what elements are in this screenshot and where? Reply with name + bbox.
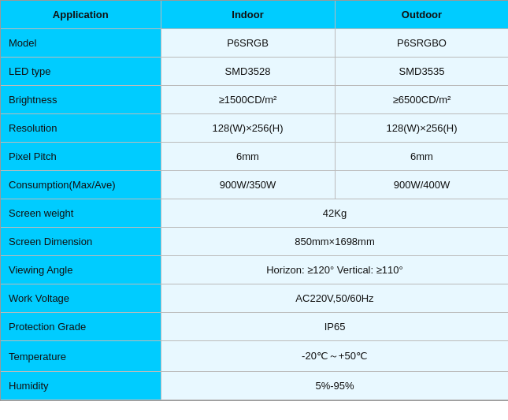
table-row: Screen weight42Kg bbox=[1, 199, 508, 228]
row-value-col1: SMD3528 bbox=[161, 58, 335, 86]
table-row: Temperature-20℃～+50℃ bbox=[1, 341, 508, 372]
row-label: Protection Grade bbox=[1, 313, 161, 341]
row-label: Brightness bbox=[1, 86, 161, 114]
table-row: Resolution128(W)×256(H)128(W)×256(H) bbox=[1, 114, 508, 143]
row-label: Humidity bbox=[1, 372, 161, 400]
row-value-span: AC220V,50/60Hz bbox=[161, 284, 508, 313]
row-value-col2: SMD3535 bbox=[335, 58, 508, 86]
table-row: Pixel Pitch6mm6mm bbox=[1, 143, 508, 171]
row-value-span: 850mm×1698mm bbox=[161, 228, 508, 256]
table-row: Brightness≥1500CD/m²≥6500CD/m² bbox=[1, 86, 508, 114]
table-row: Viewing AngleHorizon: ≥120° Vertical: ≥1… bbox=[1, 256, 508, 284]
row-value-col1: Indoor bbox=[161, 1, 335, 29]
row-value-col1: P6SRGB bbox=[161, 29, 335, 58]
row-value-col2: 128(W)×256(H) bbox=[335, 114, 508, 143]
row-label: Screen weight bbox=[1, 199, 161, 228]
row-label: Resolution bbox=[1, 114, 161, 143]
row-value-col2: P6SRGBO bbox=[335, 29, 508, 58]
row-label: Screen Dimension bbox=[1, 228, 161, 256]
row-label: Consumption(Max/Ave) bbox=[1, 171, 161, 199]
table-row: ApplicationIndoorOutdoor bbox=[1, 1, 508, 29]
row-value-span: Horizon: ≥120° Vertical: ≥110° bbox=[161, 256, 508, 284]
table-row: Work VoltageAC220V,50/60Hz bbox=[1, 284, 508, 313]
row-value-col1: 6mm bbox=[161, 143, 335, 171]
row-value-span: 42Kg bbox=[161, 199, 508, 228]
table-row: LED typeSMD3528SMD3535 bbox=[1, 58, 508, 86]
table-row: Consumption(Max/Ave)900W/350W900W/400W bbox=[1, 171, 508, 199]
table-row: ModelP6SRGBP6SRGBO bbox=[1, 29, 508, 58]
table-row: Protection GradeIP65 bbox=[1, 313, 508, 341]
row-label: Viewing Angle bbox=[1, 256, 161, 284]
row-value-col1: 128(W)×256(H) bbox=[161, 114, 335, 143]
row-value-col2: ≥6500CD/m² bbox=[335, 86, 508, 114]
spec-table: ApplicationIndoorOutdoorModelP6SRGBP6SRG… bbox=[1, 1, 508, 400]
row-value-col1: 900W/350W bbox=[161, 171, 335, 199]
row-label: Model bbox=[1, 29, 161, 58]
row-value-col2: 6mm bbox=[335, 143, 508, 171]
row-label: LED type bbox=[1, 58, 161, 86]
row-value-col1: ≥1500CD/m² bbox=[161, 86, 335, 114]
row-label: Pixel Pitch bbox=[1, 143, 161, 171]
row-value-span: 5%-95% bbox=[161, 372, 508, 400]
table-row: Screen Dimension850mm×1698mm bbox=[1, 228, 508, 256]
table-row: Humidity5%-95% bbox=[1, 372, 508, 400]
row-label: Temperature bbox=[1, 341, 161, 372]
row-value-col2: Outdoor bbox=[335, 1, 508, 29]
row-value-col2: 900W/400W bbox=[335, 171, 508, 199]
spec-table-container: ApplicationIndoorOutdoorModelP6SRGBP6SRG… bbox=[0, 0, 508, 401]
row-value-span: IP65 bbox=[161, 313, 508, 341]
row-label: Work Voltage bbox=[1, 284, 161, 313]
row-label: Application bbox=[1, 1, 161, 29]
row-value-span: -20℃～+50℃ bbox=[161, 341, 508, 372]
